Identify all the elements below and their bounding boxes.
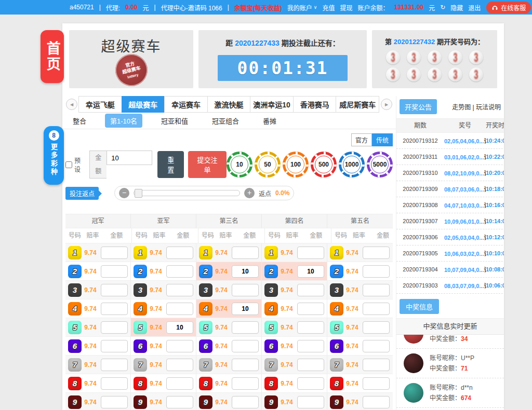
- result-numbers-link[interactable]: 08,07,03,06,0...: [444, 186, 484, 193]
- bet-amount-input[interactable]: [101, 284, 128, 296]
- bet-amount-input[interactable]: [232, 359, 259, 371]
- number-badge[interactable]: 7: [68, 358, 82, 372]
- bet-amount-input[interactable]: [297, 359, 324, 371]
- customer-service-button[interactable]: 在线客服: [486, 2, 531, 13]
- bet-amount-input[interactable]: [166, 303, 193, 315]
- bet-amount-input[interactable]: [363, 303, 390, 315]
- bet-amount-input[interactable]: [101, 321, 128, 334]
- tab-3[interactable]: 激流快艇: [207, 96, 251, 113]
- bet-amount-input[interactable]: [232, 340, 259, 352]
- number-badge[interactable]: 8: [330, 377, 343, 390]
- chip-1000[interactable]: 1000: [339, 152, 365, 177]
- announce-button[interactable]: 开奖公告: [400, 99, 437, 114]
- home-button[interactable]: 首页: [41, 30, 64, 83]
- bet-amount-input[interactable]: [166, 265, 193, 278]
- mode-official[interactable]: 官方: [351, 133, 372, 146]
- number-badge[interactable]: 2: [199, 265, 212, 278]
- chip-10[interactable]: 10: [227, 152, 252, 177]
- number-badge[interactable]: 8: [134, 377, 147, 390]
- rules-link[interactable]: 玩法说明: [476, 104, 501, 111]
- yuebao-link[interactable]: 余额宝(每天收益): [234, 3, 282, 12]
- number-badge[interactable]: 8: [264, 377, 278, 390]
- bet-amount-input[interactable]: [363, 265, 390, 278]
- number-badge[interactable]: 3: [199, 283, 212, 297]
- number-badge[interactable]: 5: [68, 321, 82, 334]
- result-numbers-link[interactable]: 03,01,06,02,0...: [444, 154, 484, 160]
- submit-bet-button[interactable]: 提交注单: [188, 151, 227, 178]
- number-badge[interactable]: 2: [330, 265, 343, 278]
- number-badge[interactable]: 4: [68, 302, 82, 316]
- bet-amount-input[interactable]: [101, 303, 128, 315]
- subtab-0[interactable]: 整合: [68, 114, 91, 128]
- bet-amount-input[interactable]: [232, 265, 259, 278]
- refresh-icon[interactable]: ↻: [440, 4, 445, 11]
- number-badge[interactable]: 2: [264, 265, 278, 278]
- number-badge[interactable]: 5: [330, 321, 343, 334]
- bet-amount-input[interactable]: [166, 396, 193, 408]
- number-badge[interactable]: 7: [264, 358, 278, 372]
- bet-amount-input[interactable]: [101, 340, 128, 352]
- bet-amount-input[interactable]: [232, 396, 259, 408]
- reset-button[interactable]: 重置: [157, 151, 184, 178]
- bet-amount-input[interactable]: [297, 247, 324, 259]
- bet-amount-input[interactable]: [166, 377, 193, 390]
- tab-6[interactable]: 威尼斯赛车: [336, 96, 379, 113]
- bet-amount-input[interactable]: [232, 247, 259, 259]
- tab-0[interactable]: 幸运飞艇: [78, 96, 122, 113]
- tab-1[interactable]: 超级赛车: [122, 96, 165, 113]
- number-badge[interactable]: 1: [199, 246, 212, 259]
- number-badge[interactable]: 1: [68, 246, 82, 259]
- number-badge[interactable]: 9: [330, 395, 343, 409]
- number-badge[interactable]: 8: [199, 377, 212, 390]
- result-numbers-link[interactable]: 04,07,10,03,0...: [444, 202, 484, 209]
- logout-link[interactable]: 退出: [468, 3, 481, 12]
- number-badge[interactable]: 6: [330, 339, 343, 353]
- result-numbers-link[interactable]: 10,09,06,01,0...: [444, 218, 484, 225]
- bet-amount-input[interactable]: [363, 321, 390, 334]
- tabs-left-arrow-icon[interactable]: ◀: [66, 99, 77, 110]
- bet-amount-input[interactable]: [166, 247, 193, 259]
- winners-button[interactable]: 中奖信息: [400, 299, 439, 314]
- bet-amount-input[interactable]: [363, 284, 390, 296]
- number-badge[interactable]: 3: [134, 283, 147, 297]
- preset-checkbox[interactable]: [65, 161, 72, 168]
- number-badge[interactable]: 6: [68, 339, 82, 353]
- result-numbers-link[interactable]: 02,05,04,06,0...: [444, 138, 484, 144]
- subtab-3[interactable]: 冠亚组合: [207, 114, 244, 128]
- subtab-4[interactable]: 番摊: [258, 114, 282, 128]
- result-numbers-link[interactable]: 10,07,09,04,0...: [444, 267, 484, 273]
- slider-handle[interactable]: [135, 189, 142, 198]
- bet-amount-input[interactable]: [166, 340, 193, 352]
- bet-amount-input[interactable]: [232, 377, 259, 390]
- tab-4[interactable]: 澳洲幸运10: [250, 96, 294, 113]
- mode-traditional[interactable]: 传统: [372, 133, 393, 146]
- bet-amount-input[interactable]: [101, 359, 128, 371]
- number-badge[interactable]: 1: [134, 246, 147, 259]
- plus-button[interactable]: +: [244, 188, 255, 198]
- number-badge[interactable]: 7: [199, 358, 212, 372]
- number-badge[interactable]: 5: [199, 321, 212, 334]
- bet-amount-input[interactable]: [363, 396, 390, 408]
- bet-amount-input[interactable]: [232, 321, 259, 334]
- number-badge[interactable]: 1: [330, 246, 343, 259]
- number-badge[interactable]: 6: [134, 339, 147, 353]
- bet-amount-input[interactable]: [101, 247, 128, 259]
- bet-amount-input[interactable]: [297, 265, 324, 278]
- chip-50[interactable]: 50: [255, 152, 281, 177]
- subtab-2[interactable]: 冠亚和值: [156, 114, 193, 128]
- agent-center-link[interactable]: 代理中心-邀请码 1066: [161, 3, 222, 12]
- number-badge[interactable]: 4: [330, 302, 343, 316]
- bet-amount-input[interactable]: [166, 359, 193, 371]
- minus-button[interactable]: −: [119, 188, 129, 198]
- result-numbers-link[interactable]: 10,06,03,02,0...: [444, 251, 484, 257]
- result-numbers-link[interactable]: 08,03,07,09,0...: [444, 283, 484, 289]
- number-badge[interactable]: 2: [134, 265, 147, 278]
- number-badge[interactable]: 7: [134, 358, 147, 372]
- number-badge[interactable]: 9: [134, 395, 147, 409]
- result-numbers-link[interactable]: 08,02,10,09,0...: [444, 170, 484, 176]
- bet-amount-input[interactable]: [297, 321, 324, 334]
- number-badge[interactable]: 5: [134, 321, 147, 334]
- number-badge[interactable]: 2: [68, 265, 82, 278]
- hide-balance-link[interactable]: 隐藏: [450, 3, 463, 12]
- chip-500[interactable]: 500: [311, 152, 337, 177]
